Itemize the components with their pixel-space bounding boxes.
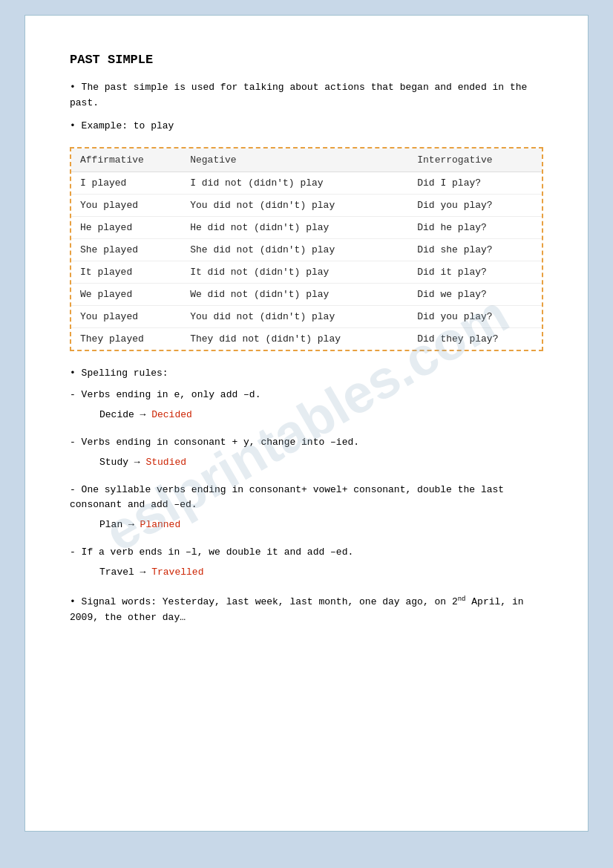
- table-cell-6-1: You did not (didn't) play: [181, 306, 408, 328]
- example-red-1: Studied: [145, 457, 186, 468]
- table-cell-4-1: It did not (didn't) play: [181, 261, 408, 284]
- spelling-rule-text-1: - Verbs ending in consonant + y, change …: [70, 437, 359, 448]
- spelling-rule-1: - Verbs ending in consonant + y, change …: [70, 435, 543, 471]
- table-cell-3-1: She did not (didn't) play: [181, 239, 408, 261]
- example-red-3: Travelled: [151, 567, 203, 578]
- example-red-2: Planned: [140, 519, 181, 530]
- page: eslprintables.com PAST SIMPLE • The past…: [24, 15, 589, 832]
- table-cell-7-2: Did they play?: [408, 328, 542, 350]
- intro-line-2: • Example: to play: [70, 119, 543, 134]
- example-red-0: Decided: [151, 409, 192, 420]
- table-cell-0-2: Did I play?: [408, 172, 542, 195]
- table-cell-4-0: It played: [71, 261, 181, 284]
- example-base-0: Decide →: [99, 409, 151, 420]
- page-title: PAST SIMPLE: [70, 53, 543, 67]
- spelling-rule-0: - Verbs ending in e, only add –d.Decide …: [70, 388, 543, 423]
- spelling-example-0: Decide → Decided: [99, 408, 543, 423]
- table-row: They playedThey did not (didn't) playDid…: [71, 328, 542, 350]
- intro-line-1: • The past simple is used for talking ab…: [70, 80, 543, 111]
- table-cell-7-1: They did not (didn't) play: [181, 328, 408, 350]
- example-base-3: Travel →: [99, 567, 151, 578]
- col-affirmative: Affirmative: [71, 149, 181, 172]
- table-cell-0-0: I played: [71, 172, 181, 195]
- spelling-rule-text-0: - Verbs ending in e, only add –d.: [70, 389, 260, 400]
- table-cell-1-1: You did not (didn't) play: [181, 195, 408, 217]
- spelling-example-1: Study → Studied: [99, 455, 543, 471]
- table-row: She playedShe did not (didn't) playDid s…: [71, 239, 542, 261]
- table-cell-6-0: You played: [71, 306, 181, 328]
- spelling-rule-3: - If a verb ends in –l, we double it and…: [70, 545, 543, 581]
- table-cell-1-0: You played: [71, 195, 181, 217]
- table-cell-2-2: Did he play?: [408, 217, 542, 239]
- table-cell-3-2: Did she play?: [408, 239, 542, 261]
- table-cell-6-2: Did you play?: [408, 306, 542, 328]
- table-cell-2-0: He played: [71, 217, 181, 239]
- table-cell-7-0: They played: [71, 328, 181, 350]
- table-cell-5-0: We played: [71, 284, 181, 306]
- conjugation-table-wrapper: Affirmative Negative Interrogative I pla…: [70, 147, 543, 351]
- table-row: I playedI did not (didn't) playDid I pla…: [71, 172, 542, 195]
- spelling-rule-2: - One syllable verbs ending in consonant…: [70, 483, 543, 533]
- col-interrogative: Interrogative: [408, 149, 542, 172]
- table-cell-3-0: She played: [71, 239, 181, 261]
- signal-words: • Signal words: Yesterday, last week, la…: [70, 594, 543, 626]
- table-cell-5-2: Did we play?: [408, 284, 542, 306]
- table-row: We playedWe did not (didn't) playDid we …: [71, 284, 542, 306]
- table-cell-1-2: Did you play?: [408, 195, 542, 217]
- spelling-rules-label: • Spelling rules:: [70, 368, 543, 379]
- table-cell-5-1: We did not (didn't) play: [181, 284, 408, 306]
- table-cell-4-2: Did it play?: [408, 261, 542, 284]
- example-base-1: Study →: [99, 457, 145, 468]
- example-base-2: Plan →: [99, 519, 140, 530]
- table-row: It playedIt did not (didn't) playDid it …: [71, 261, 542, 284]
- conjugation-table: Affirmative Negative Interrogative I pla…: [71, 149, 542, 350]
- signal-words-text: • Signal words: Yesterday, last week, la…: [70, 596, 458, 607]
- spelling-rule-text-2: - One syllable verbs ending in consonant…: [70, 484, 504, 511]
- table-row: You playedYou did not (didn't) playDid y…: [71, 195, 542, 217]
- col-negative: Negative: [181, 149, 408, 172]
- table-row: He playedHe did not (didn't) playDid he …: [71, 217, 542, 239]
- spelling-rule-text-3: - If a verb ends in –l, we double it and…: [70, 546, 353, 558]
- table-cell-0-1: I did not (didn't) play: [181, 172, 408, 195]
- spelling-example-3: Travel → Travelled: [99, 565, 543, 581]
- signal-sup: nd: [458, 595, 466, 603]
- table-cell-2-1: He did not (didn't) play: [181, 217, 408, 239]
- table-header-row: Affirmative Negative Interrogative: [71, 149, 542, 172]
- spelling-example-2: Plan → Planned: [99, 518, 543, 533]
- table-row: You playedYou did not (didn't) playDid y…: [71, 306, 542, 328]
